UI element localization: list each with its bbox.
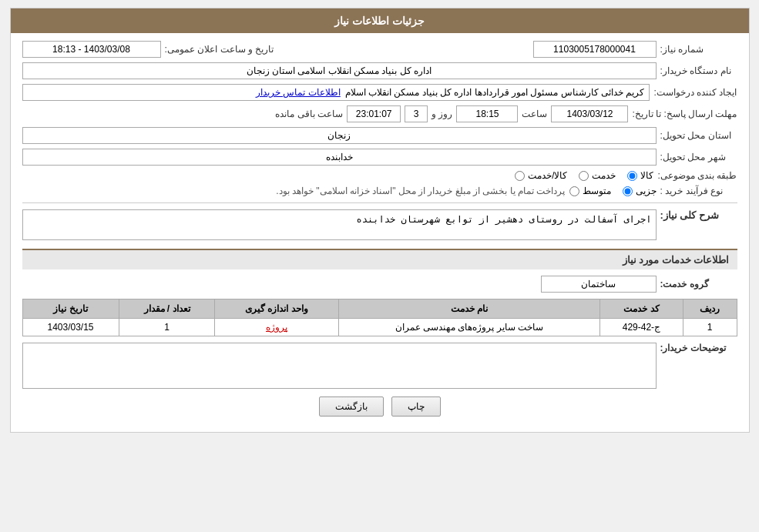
grouh-value: ساختمان <box>541 276 657 293</box>
ostan-label: استان محل تحویل: <box>660 130 737 141</box>
radio-khedmat: خدمت <box>579 170 616 181</box>
sharh-label: شرح کلی نیاز: <box>660 209 737 221</box>
table-body: 1 ج-42-429 ساخت سایر پروژه‌های مهندسی عم… <box>22 319 737 336</box>
shahr-label: شهر محل تحویل: <box>660 152 737 162</box>
col-count: تعداد / مقدار <box>119 299 215 319</box>
col-code: کد خدمت <box>600 299 683 319</box>
row-shahr: شهر محل تحویل: خدابنده <box>22 149 737 166</box>
navefrayand-radios: متوسط جزیی <box>569 186 657 196</box>
roz-value: 3 <box>405 105 428 122</box>
ijad-value-box: کریم خدائی کارشناس مسئول امور قراردادها … <box>22 84 650 101</box>
radio-motavaset-label: متوسط <box>583 186 611 196</box>
shomara-value: 1103005178000041 <box>533 41 657 58</box>
radio-motavaset: متوسط <box>569 186 611 196</box>
radio-kala-label: کالا <box>640 170 653 181</box>
tabaqe-label: طبقه بندی موضوعی: <box>657 170 737 181</box>
radio-jozee-label: جزیی <box>636 186 657 196</box>
saat-value: 18:15 <box>456 105 518 122</box>
table-header-row: ردیف کد خدمت نام خدمت واحد اندازه گیری ت… <box>22 299 737 319</box>
shomara-label: شماره نیاز: <box>660 44 737 55</box>
ostan-value: زنجان <box>22 127 657 144</box>
shahr-value: خدابنده <box>22 149 657 166</box>
dasgah-value: اداره کل بنیاد مسکن انقلاب اسلامی استان … <box>22 62 657 79</box>
radio-khedmat-input[interactable] <box>579 171 589 181</box>
page-container: جزئیات اطلاعات نیاز شماره نیاز: 11030051… <box>10 8 750 433</box>
radio-khedmat-label: خدمت <box>592 170 616 181</box>
roz-label: روز و <box>432 109 452 119</box>
tosif-label: توضیحات خریدار: <box>660 343 737 353</box>
sharh-textarea[interactable] <box>22 209 657 240</box>
row-mohlat: مهلت ارسال پاسخ: تا تاریخ: 1403/03/12 سا… <box>22 105 737 122</box>
radio-kala-khedmat-input[interactable] <box>515 171 525 181</box>
page-header: جزئیات اطلاعات نیاز <box>11 8 749 33</box>
col-radif: ردیف <box>683 299 737 319</box>
tarikh-value: 1403/03/08 - 18:13 <box>22 41 161 58</box>
back-button[interactable]: بازگشت <box>319 396 384 417</box>
row-dasgah: نام دستگاه خریدار: اداره کل بنیاد مسکن ا… <box>22 62 737 79</box>
table-head: ردیف کد خدمت نام خدمت واحد اندازه گیری ت… <box>22 299 737 319</box>
col-name: نام خدمت <box>338 299 600 319</box>
tosif-textarea[interactable] <box>22 343 657 389</box>
cell-name: ساخت سایر پروژه‌های مهندسی عمران <box>338 319 600 336</box>
mohlat-date: 1403/03/12 <box>551 105 628 122</box>
ijad-text: کریم خدائی کارشناس مسئول امور قراردادها … <box>345 87 645 98</box>
cell-code: ج-42-429 <box>600 319 683 336</box>
row-sharh: شرح کلی نیاز: اجرای آسفالت در روستای دهش… <box>22 209 737 243</box>
cell-unit[interactable]: پروژه <box>215 319 338 336</box>
print-button[interactable]: چاپ <box>391 396 441 417</box>
radio-jozee: جزیی <box>623 186 657 196</box>
tabaqe-radios: کالا/خدمت خدمت کالا <box>515 170 653 181</box>
row-grouh: گروه خدمت: ساختمان <box>22 276 737 293</box>
navefrayand-label: نوع فرآیند خرید : <box>660 186 737 196</box>
row-navefrayand: نوع فرآیند خرید : متوسط جزیی پرداخت تمام… <box>22 186 737 196</box>
tarikh-label: تاریخ و ساعت اعلان عمومی: <box>165 44 274 55</box>
col-date: تاریخ نیاز <box>22 299 119 319</box>
divider-1 <box>22 202 737 203</box>
ijad-label: ایجاد کننده درخواست: <box>653 87 737 98</box>
content-area: شماره نیاز: 1103005178000041 تاریخ و ساع… <box>11 33 749 432</box>
radio-jozee-input[interactable] <box>623 186 633 196</box>
cell-date: 1403/03/15 <box>22 319 119 336</box>
table-row: 1 ج-42-429 ساخت سایر پروژه‌های مهندسی عم… <box>22 319 737 336</box>
button-bar: چاپ بازگشت <box>22 396 737 417</box>
page-title: جزئیات اطلاعات نیاز <box>334 15 425 27</box>
baqi-value: 23:01:07 <box>347 105 401 122</box>
col-unit: واحد اندازه گیری <box>215 299 338 319</box>
radio-kala-khedmat: کالا/خدمت <box>515 170 567 181</box>
row-ostan: استان محل تحویل: زنجان <box>22 127 737 144</box>
radio-kala-khedmat-label: کالا/خدمت <box>528 170 567 181</box>
dasgah-label: نام دستگاه خریدار: <box>660 65 737 76</box>
cell-radif: 1 <box>683 319 737 336</box>
radio-motavaset-input[interactable] <box>569 186 579 196</box>
radio-kala-input[interactable] <box>627 171 637 181</box>
row-tosif: توضیحات خریدار: <box>22 343 737 389</box>
grouh-label: گروه خدمت: <box>660 279 737 289</box>
row-tabaqe: طبقه بندی موضوعی: کالا/خدمت خدمت کالا <box>22 170 737 181</box>
cell-count: 1 <box>119 319 215 336</box>
baqi-label: ساعت باقی مانده <box>275 109 343 119</box>
khadamat-section-title: اطلاعات خدمات مورد نیاز <box>22 249 737 269</box>
sharh-box: اجرای آسفالت در روستای دهشیر از توابع شه… <box>22 209 657 243</box>
mohlat-label: مهلت ارسال پاسخ: تا تاریخ: <box>632 109 737 119</box>
services-table: ردیف کد خدمت نام خدمت واحد اندازه گیری ت… <box>22 299 737 336</box>
ijad-link[interactable]: اطلاعات تماس خریدار <box>256 87 341 98</box>
row-ijad: ایجاد کننده درخواست: کریم خدائی کارشناس … <box>22 84 737 101</box>
navefrayand-desc: پرداخت تمام یا بخشی از مبلغ خریدار از مح… <box>276 186 565 196</box>
row-shomara: شماره نیاز: 1103005178000041 تاریخ و ساع… <box>22 41 737 58</box>
saat-label: ساعت <box>522 109 547 119</box>
radio-kala: کالا <box>627 170 653 181</box>
